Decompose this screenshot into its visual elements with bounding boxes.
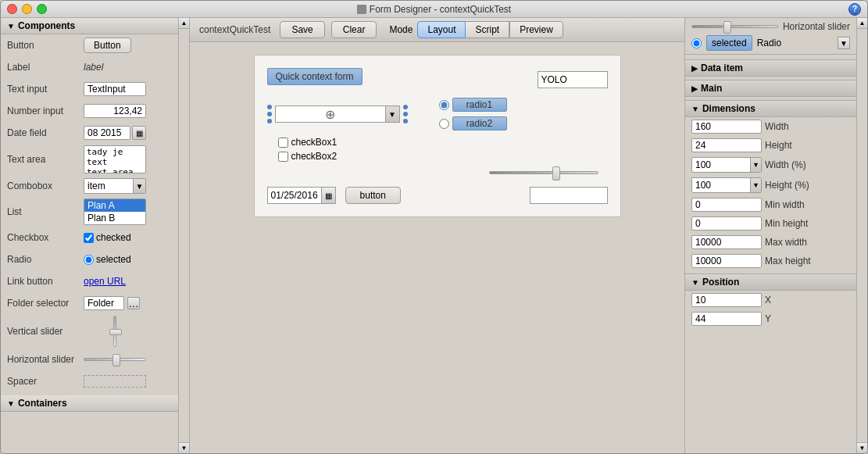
checkbox-widget[interactable]: checked <box>84 232 131 243</box>
height-input[interactable] <box>691 138 762 152</box>
right-radio-label: Radio <box>757 38 781 48</box>
component-row-combobox: Combobox item ▼ <box>1 175 178 197</box>
section-dataitem: ▶ Data item <box>685 58 856 78</box>
date-widget[interactable] <box>84 126 130 140</box>
section-position-header[interactable]: ▼ Position <box>685 273 856 291</box>
hslider-widget[interactable] <box>84 358 146 361</box>
component-row-button: Button Button <box>1 34 178 56</box>
field-row-min-height: Min height <box>685 214 856 233</box>
checkbox-input[interactable] <box>84 233 94 243</box>
textinput-widget[interactable] <box>84 82 146 96</box>
handle-dot <box>403 105 408 109</box>
window-help-btn[interactable]: ? <box>848 3 861 16</box>
height-pct-select[interactable]: 100 ▼ <box>691 177 762 193</box>
button-widget[interactable]: Button <box>84 38 131 53</box>
section-position-arrow: ▼ <box>691 278 699 287</box>
canvas-radio1-input[interactable] <box>439 100 449 110</box>
right-scroll-down-btn[interactable]: ▼ <box>838 37 850 49</box>
canvas-hslider[interactable] <box>489 165 598 181</box>
field-row-max-height: Max height <box>685 252 856 270</box>
canvas-slider-track <box>489 171 598 174</box>
vslider-thumb[interactable] <box>109 329 122 335</box>
handle-dot <box>267 105 272 109</box>
right-slider-track[interactable] <box>691 25 778 28</box>
field-row-min-width: Min width <box>685 195 856 214</box>
section-main-arrow: ▶ <box>691 84 698 93</box>
scroll-up-btn[interactable]: ▲ <box>179 18 189 29</box>
right-scroll-down-btn2[interactable]: ▼ <box>857 442 867 453</box>
width-pct-dropdown[interactable]: ▼ <box>750 158 761 172</box>
section-dimensions-header[interactable]: ▼ Dimensions <box>685 100 856 117</box>
containers-panel-header[interactable]: ▼ Containers <box>1 395 178 412</box>
component-label-vslider: Vertical slider <box>7 326 77 337</box>
folder-browse-btn[interactable]: … <box>127 297 140 309</box>
window-controls[interactable] <box>7 4 47 14</box>
canvas-radio2-input[interactable] <box>439 119 449 129</box>
min-width-input[interactable] <box>691 198 762 212</box>
vslider-widget[interactable] <box>84 316 146 347</box>
list-item-planb[interactable]: Plan B <box>84 212 145 224</box>
max-height-input[interactable] <box>691 254 762 268</box>
component-row-list: List Plan A Plan B <box>1 197 178 227</box>
canvas-date-btn[interactable]: ▦ <box>321 188 335 203</box>
right-scrollbar[interactable]: ▲ ▼ <box>856 18 867 453</box>
canvas-date-widget[interactable]: 01/25/2016 ▦ <box>267 187 336 204</box>
toolbar: contextQuickTest Save Clear Mode Layout … <box>190 18 684 42</box>
calendar-icon-btn[interactable]: ▦ <box>132 126 146 140</box>
radio-input[interactable] <box>84 255 94 265</box>
numberinput-widget[interactable] <box>84 104 146 118</box>
width-pct-select[interactable]: 100 ▼ <box>691 157 762 173</box>
left-scrollbar[interactable]: ▲ ▼ <box>179 18 190 453</box>
height-pct-dropdown[interactable]: ▼ <box>750 178 761 192</box>
textarea-widget[interactable]: tady je text text area <box>84 145 146 173</box>
canvas-combo-widget[interactable]: ⊕ ▼ <box>275 105 400 123</box>
linkbutton-widget[interactable]: open URL <box>84 276 126 287</box>
canvas-area: Quick context form ⊕ ▼ <box>190 42 684 453</box>
canvas-checkbox2-label: checkBox2 <box>291 151 338 162</box>
list-widget[interactable]: Plan A Plan B <box>84 198 146 225</box>
tab-layout[interactable]: Layout <box>417 21 466 38</box>
combo-dropdown-btn[interactable]: ▼ <box>133 179 145 193</box>
combo-widget[interactable]: item ▼ <box>84 178 146 194</box>
right-radio-input[interactable] <box>691 38 702 48</box>
min-height-input[interactable] <box>691 216 762 231</box>
canvas-combo-text: ⊕ <box>276 107 385 122</box>
canvas-combo-dropdown[interactable]: ▼ <box>385 106 399 122</box>
maximize-button[interactable] <box>37 4 47 14</box>
max-width-input[interactable] <box>691 235 762 249</box>
tab-preview[interactable]: Preview <box>509 21 563 38</box>
canvas-checkbox1-label: checkBox1 <box>291 137 338 148</box>
section-dataitem-header[interactable]: ▶ Data item <box>685 59 856 77</box>
folder-input[interactable] <box>84 296 124 310</box>
field-row-y: Y <box>685 309 856 328</box>
canvas-button-widget[interactable]: button <box>345 187 401 204</box>
field-row-height: Height <box>685 136 856 155</box>
section-position-label: Position <box>702 277 739 288</box>
save-button[interactable]: Save <box>280 21 324 38</box>
clear-button[interactable]: Clear <box>331 21 377 38</box>
component-widget-datefield: ▦ <box>84 126 172 140</box>
right-slider-thumb[interactable] <box>723 21 731 34</box>
radio-widget[interactable]: selected <box>84 254 131 265</box>
canvas-date-text: 01/25/2016 <box>268 190 321 201</box>
width-pct-label: Width (%) <box>765 159 806 170</box>
spacer-widget <box>84 375 146 388</box>
width-input[interactable] <box>691 120 762 134</box>
x-input[interactable] <box>691 293 762 307</box>
canvas-text-input[interactable] <box>530 187 608 204</box>
canvas-checkbox1-input[interactable] <box>278 138 288 148</box>
y-input[interactable] <box>691 312 762 326</box>
right-scroll-up-btn[interactable]: ▲ <box>857 18 867 29</box>
canvas-checkbox2-input[interactable] <box>278 152 288 162</box>
list-item-plana[interactable]: Plan A <box>84 199 145 212</box>
canvas-yolo-input[interactable] <box>538 71 608 88</box>
hslider-thumb[interactable] <box>113 354 120 366</box>
section-main-header[interactable]: ▶ Main <box>685 80 856 97</box>
canvas-slider-thumb[interactable] <box>552 166 560 181</box>
component-row-checkbox: Checkbox checked <box>1 227 178 248</box>
close-button[interactable] <box>7 4 17 14</box>
tab-script[interactable]: Script <box>466 21 509 38</box>
scroll-down-btn[interactable]: ▼ <box>179 442 189 453</box>
canvas-radio-group: radio1 radio2 <box>439 98 507 130</box>
minimize-button[interactable] <box>22 4 32 14</box>
